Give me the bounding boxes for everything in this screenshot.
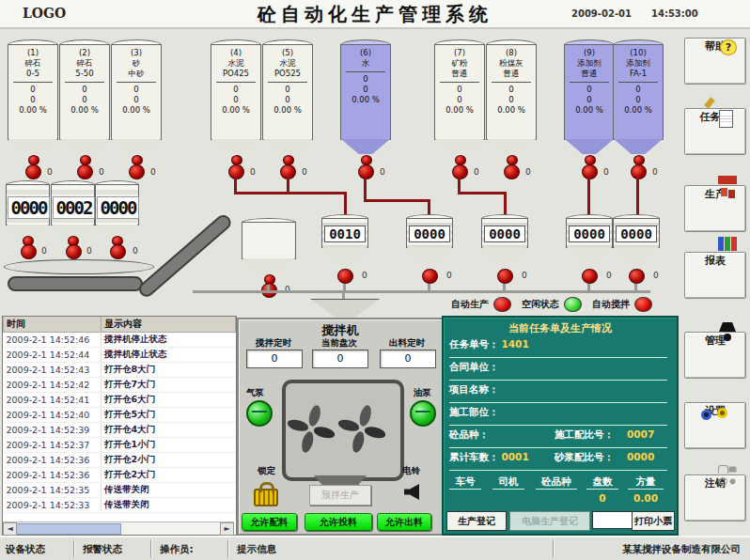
hopper-valve[interactable] — [582, 269, 598, 284]
pipe-segment — [587, 177, 590, 216]
hopper-valve[interactable] — [629, 269, 645, 284]
task-number-label: 任务单号： — [449, 338, 499, 350]
divider — [117, 82, 156, 83]
log-message: 传送带关闭 — [102, 498, 236, 513]
silo-valve[interactable] — [77, 164, 93, 179]
register-input[interactable] — [592, 511, 633, 529]
log-message: 搅拌机停止状态 — [102, 333, 236, 348]
valve-weight: 0 — [250, 167, 256, 177]
silo-cone — [614, 139, 663, 154]
help-button[interactable]: 帮助 — [684, 38, 746, 85]
silo-material: 添加剂 — [614, 58, 663, 69]
log-time: 2009-2-1 14:52:39 — [4, 423, 102, 438]
auto-mix-light[interactable] — [634, 297, 652, 312]
log-col-content: 显示内容 — [102, 317, 236, 333]
oil-pump[interactable] — [410, 400, 436, 427]
air-pump[interactable] — [246, 400, 273, 427]
idle-status-label: 空闲状态 — [522, 298, 559, 311]
hopper-valve[interactable] — [497, 269, 513, 284]
allow-discharge-button[interactable]: 允许出料 — [377, 513, 431, 531]
valve-weight: 0 — [525, 167, 531, 177]
batch-count-value: 0 — [312, 350, 368, 368]
hopper-valve[interactable] — [110, 244, 126, 259]
bell-speaker-icon[interactable] — [404, 484, 419, 500]
status-bar: 设备状态 报警状态 操作员: 提示信息 某某搅拌设备制造有限公司 — [0, 536, 750, 560]
production-register-button[interactable]: 生产登记 — [446, 511, 507, 531]
alarm-status-label: 报警状态 — [83, 543, 122, 556]
log-time: 2009-2-1 14:52:46 — [4, 333, 102, 348]
hopper-cone — [242, 258, 295, 275]
weight-display: 0000 — [616, 226, 657, 242]
hopper-valve[interactable] — [422, 269, 438, 284]
silo-valve[interactable] — [25, 164, 41, 179]
silo-cone — [341, 139, 390, 154]
silo-actual-value: 0 — [60, 95, 109, 105]
pipe-segment — [636, 177, 639, 216]
silo-set-value: 0 — [8, 85, 57, 95]
silo-material: 砂 — [112, 58, 161, 69]
vehicle-col-type: 砼品种 — [536, 475, 577, 490]
fan-left-icon — [289, 404, 338, 453]
log-message: 打开仓2小门 — [102, 453, 236, 468]
event-log-table: 时间 显示内容 2009-2-1 14:52:46搅拌机停止状态 2009-2-… — [3, 317, 236, 513]
allow-feeding-button[interactable]: 允许投料 — [305, 513, 372, 531]
mix-timer-value: 0 — [246, 350, 303, 368]
divider — [150, 540, 151, 557]
silo-material: 水泥 — [263, 58, 312, 69]
log-time: 2009-2-1 14:52:33 — [4, 498, 102, 513]
vehicle-col-driver: 司机 — [492, 475, 524, 490]
silo-percent: 0.00 % — [8, 105, 57, 116]
aggregate-scale-2: 0002 0 — [51, 180, 95, 261]
header-bar: LOGO 砼自动化生产管理系统 2009-02-01 14:53:00 — [0, 0, 750, 29]
silo-actual-value: 0 — [614, 95, 663, 105]
pipe-segment — [364, 177, 367, 201]
scrollbar-thumb[interactable] — [16, 523, 121, 535]
silo-percent: 0.00 % — [341, 95, 390, 105]
silo-cone — [565, 139, 614, 154]
discharge-timer-value: 0 — [380, 350, 436, 368]
horizontal-scrollbar[interactable]: ◄ ► — [3, 521, 234, 535]
report-button[interactable]: 报表 — [684, 252, 746, 299]
silo-actual-value: 0 — [211, 95, 260, 105]
silo-cone — [435, 139, 484, 154]
hopper-valve[interactable] — [66, 244, 82, 259]
construction-site-label: 施工部位： — [449, 406, 499, 417]
log-message: 打开仓6大门 — [102, 393, 236, 408]
silo-number: (1) — [8, 48, 57, 58]
log-time: 2009-2-1 14:52:36 — [4, 453, 102, 468]
premix-production-button[interactable]: 预拌生产 — [309, 485, 371, 506]
silo-material: 水泥 — [211, 58, 260, 69]
auto-production-light[interactable] — [493, 297, 511, 312]
scroll-left-arrow[interactable]: ◄ — [3, 522, 17, 536]
hopper-valve[interactable] — [21, 244, 37, 259]
idle-status-light[interactable] — [564, 297, 582, 312]
logout-button[interactable]: 注销 — [684, 474, 746, 521]
pc-production-register-button[interactable]: 电脑生产登记 — [509, 511, 590, 531]
silo-cone — [8, 139, 57, 154]
silo-number: (7) — [435, 48, 484, 58]
lock-icon[interactable] — [254, 489, 278, 506]
silo-4: (4) 水泥 PO425 0 0 0.00 % 0 — [211, 39, 261, 227]
allow-batching-button[interactable]: 允许配料 — [242, 513, 297, 531]
divider — [492, 82, 531, 83]
task-order-button[interactable]: 任务单 — [684, 108, 746, 155]
hint-message-label: 提示信息 — [237, 543, 276, 556]
hopper-valve[interactable] — [337, 269, 353, 284]
event-log-panel: 时间 显示内容 2009-2-1 14:52:46搅拌机停止状态 2009-2-… — [2, 316, 237, 536]
print-ticket-button[interactable]: 打印小票 — [632, 511, 675, 531]
silo-valve[interactable] — [504, 164, 520, 179]
silo-valve[interactable] — [129, 164, 145, 179]
valve-weight: 0 — [474, 167, 479, 177]
settings-button[interactable]: 设置 — [684, 402, 746, 449]
scroll-right-arrow[interactable]: ► — [220, 522, 234, 536]
silo-set-value: 0 — [341, 74, 390, 85]
silo-actual-value: 0 — [8, 95, 57, 105]
production-button[interactable]: 生产 — [684, 185, 746, 232]
time-display: 14:53:00 — [651, 8, 698, 19]
silo-material: 矿粉 — [435, 58, 484, 69]
manage-button[interactable]: 管理 — [684, 332, 746, 379]
valve-weight: 0 — [41, 246, 47, 256]
batch-count-label: 当前盘次 — [310, 337, 368, 350]
divider — [216, 82, 256, 83]
silo-material: 水 — [341, 58, 390, 69]
